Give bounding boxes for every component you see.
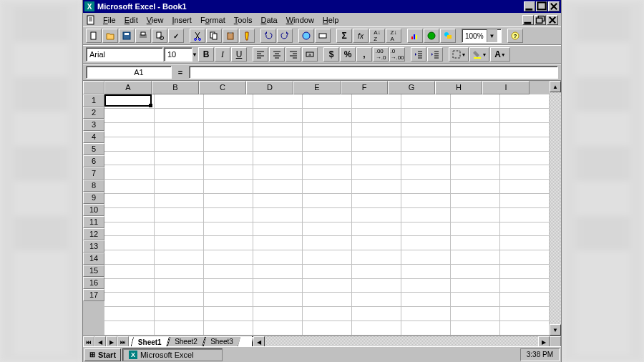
grid[interactable] bbox=[104, 94, 550, 336]
cell-B2[interactable] bbox=[154, 109, 203, 123]
cell-A15[interactable] bbox=[104, 293, 154, 307]
cell-E17[interactable] bbox=[302, 321, 351, 336]
cell-F13[interactable] bbox=[351, 264, 401, 278]
menu-file[interactable]: File bbox=[99, 15, 120, 25]
cell-D9[interactable] bbox=[253, 207, 302, 222]
column-header-G[interactable]: G bbox=[388, 81, 435, 94]
sort-asc-button[interactable]: A↓Z bbox=[369, 29, 385, 43]
cell-F6[interactable] bbox=[351, 165, 401, 180]
cell-B6[interactable] bbox=[154, 165, 203, 180]
cell-I13[interactable] bbox=[499, 264, 549, 278]
cell-A2[interactable] bbox=[104, 109, 154, 123]
cell-B10[interactable] bbox=[154, 222, 203, 236]
cell-H12[interactable] bbox=[450, 250, 499, 265]
cell-H16[interactable] bbox=[450, 307, 499, 321]
hyperlink-button[interactable] bbox=[298, 29, 314, 43]
font-size-combo[interactable]: ▼ bbox=[164, 47, 192, 62]
cell-I7[interactable] bbox=[499, 180, 549, 194]
cell-H4[interactable] bbox=[450, 137, 499, 151]
row-header-17[interactable]: 17 bbox=[83, 289, 104, 301]
cell-F15[interactable] bbox=[351, 293, 401, 307]
cell-C8[interactable] bbox=[203, 193, 253, 207]
cell-D16[interactable] bbox=[253, 307, 302, 321]
cell-G13[interactable] bbox=[401, 264, 450, 278]
align-right-button[interactable] bbox=[286, 47, 301, 62]
cell-G11[interactable] bbox=[401, 236, 450, 250]
menu-tools[interactable]: Tools bbox=[230, 15, 257, 25]
cell-B4[interactable] bbox=[154, 137, 203, 151]
cell-H14[interactable] bbox=[450, 278, 499, 293]
decrease-indent-button[interactable] bbox=[411, 47, 426, 62]
cell-F5[interactable] bbox=[351, 151, 401, 165]
name-box[interactable]: ▼ bbox=[86, 66, 172, 79]
scroll-down-button[interactable]: ▼ bbox=[550, 324, 561, 336]
menu-format[interactable]: Format bbox=[196, 15, 230, 25]
cell-A5[interactable] bbox=[104, 151, 154, 165]
cell-H15[interactable] bbox=[450, 293, 499, 307]
row-header-9[interactable]: 9 bbox=[83, 192, 104, 204]
row-header-1[interactable]: 1 bbox=[83, 94, 104, 107]
cell-D12[interactable] bbox=[253, 250, 302, 265]
cell-I1[interactable] bbox=[499, 94, 549, 109]
help-button[interactable]: ? bbox=[507, 29, 523, 43]
menu-data[interactable]: Data bbox=[256, 15, 281, 25]
decrease-decimal-button[interactable]: .0→.00 bbox=[389, 47, 405, 62]
cell-I16[interactable] bbox=[499, 307, 549, 321]
cell-F11[interactable] bbox=[351, 236, 401, 250]
cell-A4[interactable] bbox=[104, 137, 154, 151]
cell-E3[interactable] bbox=[302, 123, 351, 137]
row-header-11[interactable]: 11 bbox=[83, 216, 104, 228]
row-header-14[interactable]: 14 bbox=[83, 253, 104, 265]
row-header-5[interactable]: 5 bbox=[83, 143, 104, 155]
chart-wizard-button[interactable] bbox=[407, 29, 423, 43]
menu-window[interactable]: Window bbox=[282, 15, 318, 25]
row-header-16[interactable]: 16 bbox=[83, 277, 104, 289]
cell-E16[interactable] bbox=[302, 307, 351, 321]
cell-F3[interactable] bbox=[351, 123, 401, 137]
cell-B12[interactable] bbox=[154, 250, 203, 265]
web-toolbar-button[interactable] bbox=[315, 29, 331, 43]
increase-decimal-button[interactable]: .00→.0 bbox=[373, 47, 389, 62]
cell-G9[interactable] bbox=[401, 207, 450, 222]
row-header-8[interactable]: 8 bbox=[83, 180, 104, 192]
autosum-button[interactable]: Σ bbox=[336, 29, 352, 43]
row-header-10[interactable]: 10 bbox=[83, 204, 104, 216]
cell-G7[interactable] bbox=[401, 180, 450, 194]
cell-C16[interactable] bbox=[203, 307, 253, 321]
cell-E13[interactable] bbox=[302, 264, 351, 278]
format-painter-button[interactable] bbox=[239, 29, 255, 43]
cell-A10[interactable] bbox=[104, 222, 154, 236]
cell-B1[interactable] bbox=[154, 94, 203, 109]
cell-G17[interactable] bbox=[401, 321, 450, 336]
sort-desc-button[interactable]: Z↓A bbox=[386, 29, 401, 43]
cell-C9[interactable] bbox=[203, 207, 253, 222]
cell-D1[interactable] bbox=[253, 94, 302, 109]
cell-G3[interactable] bbox=[401, 123, 450, 137]
vscroll-track[interactable] bbox=[550, 92, 561, 324]
row-header-2[interactable]: 2 bbox=[83, 107, 104, 119]
cell-I8[interactable] bbox=[499, 193, 549, 207]
cell-H5[interactable] bbox=[450, 151, 499, 165]
column-header-E[interactable]: E bbox=[293, 81, 341, 94]
cell-F12[interactable] bbox=[351, 250, 401, 265]
cell-F2[interactable] bbox=[351, 109, 401, 123]
zoom-dropdown-button[interactable]: ▼ bbox=[487, 29, 497, 42]
row-header-15[interactable]: 15 bbox=[83, 265, 104, 277]
borders-button[interactable]: ▼ bbox=[449, 47, 469, 62]
open-button[interactable] bbox=[102, 29, 118, 43]
cell-A9[interactable] bbox=[104, 207, 154, 222]
cell-G1[interactable] bbox=[401, 94, 450, 109]
start-button[interactable]: ⊞ Start bbox=[84, 348, 121, 361]
zoom-combo[interactable]: 100% ▼ bbox=[462, 29, 502, 43]
align-center-button[interactable] bbox=[269, 47, 285, 62]
cell-H3[interactable] bbox=[450, 123, 499, 137]
cell-C2[interactable] bbox=[203, 109, 253, 123]
copy-button[interactable] bbox=[206, 29, 222, 43]
cell-D8[interactable] bbox=[253, 193, 302, 207]
undo-button[interactable] bbox=[260, 29, 276, 43]
column-header-H[interactable]: H bbox=[435, 81, 482, 94]
cell-C17[interactable] bbox=[203, 321, 253, 336]
new-button[interactable] bbox=[86, 29, 102, 43]
cell-D4[interactable] bbox=[253, 137, 302, 151]
menu-view[interactable]: View bbox=[142, 15, 168, 25]
